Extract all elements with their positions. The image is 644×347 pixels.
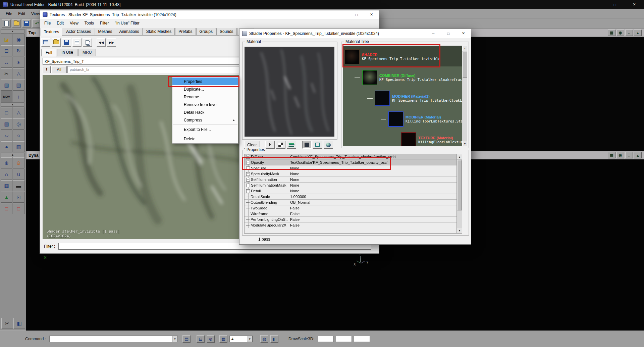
lock-selection-button[interactable]: ⊟ xyxy=(197,335,205,343)
shader-properties-titlebar[interactable]: Shader Properties - KF_Specimens_Trip_T.… xyxy=(239,29,471,38)
texture-browser-titlebar[interactable]: Textures - Shader KF_Specimens_Trip_T.st… xyxy=(40,10,379,19)
realtime-preview-icon[interactable]: ▲ xyxy=(634,152,642,158)
property-row-detail[interactable]: +Detail None xyxy=(245,188,462,194)
property-value[interactable]: OB_Normal xyxy=(288,200,462,205)
cylinder-brush-button[interactable]: ○ xyxy=(13,130,24,141)
property-row-modulatespecular2x[interactable]: ModulateSpecular2X False xyxy=(245,222,462,228)
menu-file[interactable]: File xyxy=(3,10,15,18)
property-value[interactable]: 1.000000 xyxy=(288,194,462,199)
maximize-icon[interactable]: □ xyxy=(441,29,456,38)
layers-button[interactable] xyxy=(287,141,296,149)
menu-item-duplicate[interactable]: Duplicate... xyxy=(172,85,238,93)
red-builder-button-2[interactable]: □ xyxy=(13,203,24,214)
cube-brush-button[interactable]: □ xyxy=(1,107,12,118)
menu-edit[interactable]: Edit xyxy=(15,10,28,18)
snap-vertex-button[interactable]: ⊕ xyxy=(207,335,215,343)
property-row-selfilluminationmask[interactable]: +SelfIlluminationMask None xyxy=(245,183,462,188)
object-select-button[interactable]: ⊡ xyxy=(1,45,12,56)
vertex-edit-button[interactable]: ∗ xyxy=(13,57,24,68)
open-map-button[interactable] xyxy=(12,19,21,28)
tab-animations[interactable]: Animations xyxy=(116,28,142,35)
expand-icon[interactable]: + xyxy=(246,172,250,176)
menu-item-detail-hack[interactable]: Detail Hack xyxy=(172,108,238,116)
drawscale3d-z-input[interactable] xyxy=(354,336,370,342)
copy-reference-button[interactable] xyxy=(83,38,92,47)
csg-subtract-button[interactable]: ⊖ xyxy=(13,157,24,168)
grid-size-dropdown-icon[interactable]: ▼ xyxy=(247,336,253,342)
grid-size-combo[interactable]: 4 ▼ xyxy=(229,336,253,342)
expand-icon[interactable]: + xyxy=(246,178,250,182)
show-fallback-button[interactable]: F xyxy=(265,141,275,149)
command-dropdown-icon[interactable]: ▼ xyxy=(172,336,178,342)
material-preview[interactable] xyxy=(245,47,334,137)
tree-item-modifier-material[interactable]: MODIFIER (Material) KillingFloorLabTextu… xyxy=(343,108,467,129)
sheet-brush-button[interactable]: ▱ xyxy=(1,130,12,141)
menu-item-export-to-file[interactable]: Export to File... xyxy=(172,126,238,133)
property-grid-scrollbar[interactable]: ▲ ▼ xyxy=(457,154,462,233)
property-value[interactable]: False xyxy=(288,217,462,222)
spiral-stair-brush-button[interactable]: ◎ xyxy=(13,118,24,130)
material-tree-scrollbar[interactable]: ▲ ▼ xyxy=(462,46,467,146)
tab-sounds[interactable]: Sounds xyxy=(216,28,237,35)
clip-marker-button[interactable]: ✂ xyxy=(1,318,13,329)
expand-icon[interactable]: + xyxy=(246,161,250,164)
maximize-viewport-button[interactable]: ◧ xyxy=(270,335,278,343)
expand-icon[interactable]: + xyxy=(246,189,250,193)
drawscale3d-y-input[interactable] xyxy=(336,336,352,342)
property-value[interactable]: Combiner'KF_Specimens_Trip_T.stalker_clo… xyxy=(288,154,462,159)
property-grid[interactable]: +Diffuse Combiner'KF_Specimens_Trip_T.st… xyxy=(244,154,462,234)
camera-icon[interactable]: ◉ xyxy=(616,30,624,36)
expand-icon[interactable]: + xyxy=(246,166,250,170)
scroll-up-icon[interactable]: ▲ xyxy=(457,154,462,159)
menu-edit[interactable]: Edit xyxy=(54,19,67,27)
scale-tool-button[interactable]: ↕ xyxy=(13,91,24,102)
tab-prefabs[interactable]: Prefabs xyxy=(175,28,196,35)
csg-deintersect-button[interactable]: ∪ xyxy=(13,169,24,180)
open-package-button[interactable] xyxy=(52,38,61,47)
menu-tools[interactable]: Tools xyxy=(82,19,97,27)
texture-properties-button[interactable] xyxy=(72,38,82,47)
close-icon[interactable]: ✕ xyxy=(364,10,379,19)
tree-item-modifier-material1[interactable]: MODIFIER (Material1) KF_Specimens_Trip_T… xyxy=(343,87,467,108)
menu-filter[interactable]: Filter xyxy=(97,19,112,27)
command-input[interactable] xyxy=(49,336,172,342)
cube-preview-button[interactable] xyxy=(313,141,322,149)
scrollbar-thumb[interactable] xyxy=(457,160,462,210)
toolbox-section-toggle[interactable]: ▲ xyxy=(1,29,24,34)
csg-intersect-button[interactable]: ∩ xyxy=(1,169,12,180)
tab-mru[interactable]: MRU xyxy=(78,49,96,56)
drawscale3d-x-input[interactable] xyxy=(318,336,334,342)
tab-textures[interactable]: Textures xyxy=(41,28,62,36)
close-icon[interactable]: ✕ xyxy=(456,29,471,38)
next-group-button[interactable]: ▶▶ xyxy=(107,38,116,47)
menu-item-remove-from-level[interactable]: Remove from level xyxy=(172,101,238,108)
menu-item-properties[interactable]: Properties xyxy=(172,78,238,85)
property-value[interactable]: False xyxy=(288,222,462,228)
minimize-icon[interactable]: ─ xyxy=(586,0,605,9)
expand-icon[interactable]: + xyxy=(246,155,250,159)
csg-add-button[interactable]: ⊕ xyxy=(1,157,12,168)
save-package-button[interactable] xyxy=(62,38,71,47)
property-row-twosided[interactable]: TwoSided False xyxy=(245,205,462,211)
property-row-wireframe[interactable]: Wireframe False xyxy=(245,211,462,217)
toolbox-section-toggle[interactable]: ▲ xyxy=(1,102,24,107)
realtime-preview-icon[interactable]: ▲ xyxy=(634,30,642,36)
stairs-brush-button[interactable]: ▤ xyxy=(1,118,12,130)
sphere-preview-button[interactable] xyxy=(324,141,333,149)
red-builder-button-1[interactable]: □ xyxy=(1,203,12,214)
property-value[interactable]: None xyxy=(288,177,462,182)
tab-full[interactable]: Full xyxy=(41,49,56,56)
all-groups-toggle-button[interactable]: ! xyxy=(43,66,51,73)
property-value[interactable]: TexOscillator'KF_Specimens_Trip_T.stalke… xyxy=(288,160,462,165)
tab-actor-classes[interactable]: Actor Classes xyxy=(63,28,94,35)
menu-item-rename[interactable]: Rename... xyxy=(172,93,238,101)
log-window-button[interactable]: ▤ xyxy=(182,335,191,343)
property-row-diffuse[interactable]: +Diffuse Combiner'KF_Specimens_Trip_T.st… xyxy=(245,154,462,160)
polygon-draw-button[interactable]: △ xyxy=(13,68,24,79)
camera-mode-button[interactable]: ◪ xyxy=(1,34,12,45)
property-value[interactable]: False xyxy=(288,211,462,216)
menu-file[interactable]: File xyxy=(41,19,54,27)
link-icon[interactable]: ↔ xyxy=(625,30,633,36)
actor-rotate-button[interactable]: ↻ xyxy=(13,45,24,56)
background-toggle-button[interactable] xyxy=(276,141,285,149)
